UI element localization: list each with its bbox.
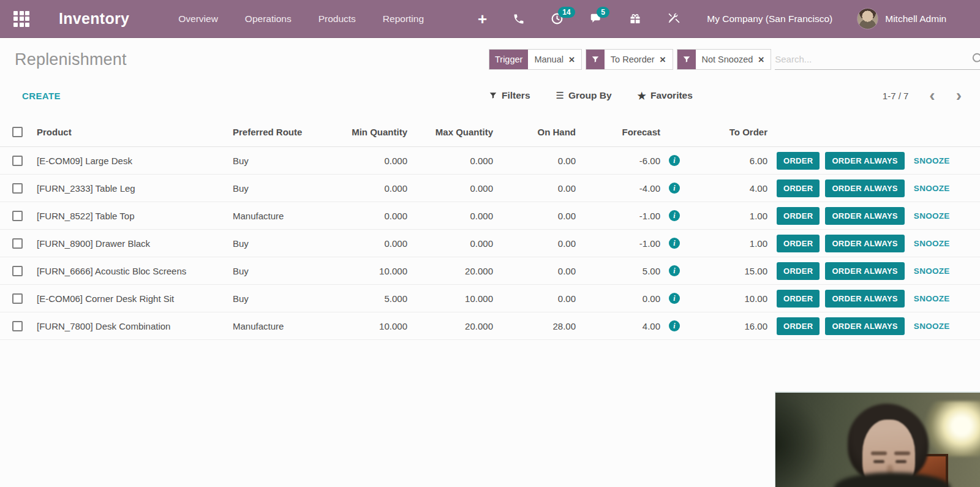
- remove-facet-icon[interactable]: [758, 55, 764, 64]
- order-button[interactable]: ORDER: [777, 262, 820, 280]
- min-qty-cell[interactable]: 0.000: [334, 183, 407, 194]
- forecast-info-icon[interactable]: [669, 155, 680, 166]
- table-row[interactable]: [FURN_8522] Table Top Manufacture 0.000 …: [0, 202, 980, 230]
- to-order-cell[interactable]: 1.00: [685, 211, 767, 221]
- forecast-cell[interactable]: -4.00: [576, 183, 660, 194]
- on-hand-cell[interactable]: 0.00: [493, 183, 576, 194]
- user-menu[interactable]: Mitchell Admin: [885, 13, 946, 25]
- row-checkbox[interactable]: [12, 238, 23, 249]
- pager-next-icon[interactable]: [956, 87, 962, 104]
- col-header-forecast[interactable]: Forecast: [576, 127, 660, 137]
- row-checkbox[interactable]: [12, 183, 23, 194]
- max-qty-cell[interactable]: 0.000: [407, 183, 493, 194]
- nav-item-overview[interactable]: Overview: [178, 13, 218, 25]
- to-order-cell[interactable]: 6.00: [685, 156, 767, 166]
- product-cell[interactable]: [E-COM09] Large Desk: [37, 156, 233, 166]
- forecast-cell[interactable]: -6.00: [576, 156, 660, 166]
- order-always-button[interactable]: ORDER ALWAYS: [825, 152, 904, 170]
- min-qty-cell[interactable]: 10.000: [334, 321, 407, 331]
- min-qty-cell[interactable]: 10.000: [334, 266, 407, 276]
- order-button[interactable]: ORDER: [777, 179, 820, 197]
- row-checkbox[interactable]: [12, 293, 23, 304]
- table-row[interactable]: [E-COM06] Corner Desk Right Sit Buy 5.00…: [0, 285, 980, 312]
- app-title[interactable]: Inventory: [59, 10, 129, 28]
- forecast-info-icon[interactable]: [669, 238, 680, 249]
- filters-menu[interactable]: Filters: [489, 90, 530, 101]
- col-header-toorder[interactable]: To Order: [685, 127, 767, 137]
- on-hand-cell[interactable]: 0.00: [493, 211, 576, 221]
- to-order-cell[interactable]: 16.00: [685, 321, 767, 331]
- min-qty-cell[interactable]: 5.000: [334, 293, 407, 304]
- group-by-menu[interactable]: Group By: [556, 90, 612, 101]
- order-always-button[interactable]: ORDER ALWAYS: [825, 207, 904, 225]
- search-icon[interactable]: [971, 52, 980, 68]
- favorites-menu[interactable]: Favorites: [638, 90, 693, 102]
- min-qty-cell[interactable]: 0.000: [334, 211, 407, 221]
- forecast-info-icon[interactable]: [669, 293, 680, 304]
- search-input[interactable]: [775, 54, 980, 64]
- snooze-button[interactable]: SNOOZE: [914, 239, 950, 248]
- order-button[interactable]: ORDER: [777, 317, 820, 335]
- snooze-button[interactable]: SNOOZE: [914, 322, 950, 331]
- user-avatar[interactable]: [857, 8, 878, 29]
- forecast-info-icon[interactable]: [669, 210, 680, 221]
- col-header-max[interactable]: Max Quantity: [407, 127, 493, 137]
- to-order-cell[interactable]: 4.00: [685, 183, 767, 194]
- row-checkbox[interactable]: [12, 156, 23, 166]
- snooze-button[interactable]: SNOOZE: [914, 294, 950, 303]
- snooze-button[interactable]: SNOOZE: [914, 184, 950, 193]
- on-hand-cell[interactable]: 28.00: [493, 321, 576, 331]
- order-button[interactable]: ORDER: [777, 207, 820, 225]
- route-cell[interactable]: Manufacture: [233, 211, 334, 221]
- gift-icon[interactable]: [629, 12, 641, 25]
- max-qty-cell[interactable]: 0.000: [407, 211, 493, 221]
- row-checkbox[interactable]: [12, 266, 23, 276]
- order-always-button[interactable]: ORDER ALWAYS: [825, 290, 904, 308]
- forecast-info-icon[interactable]: [669, 183, 680, 194]
- col-header-product[interactable]: Product: [37, 127, 233, 137]
- pager-previous-icon[interactable]: [929, 87, 935, 104]
- max-qty-cell[interactable]: 0.000: [407, 238, 493, 249]
- on-hand-cell[interactable]: 0.00: [493, 156, 576, 166]
- max-qty-cell[interactable]: 10.000: [407, 293, 493, 304]
- forecast-cell[interactable]: -1.00: [576, 238, 660, 249]
- min-qty-cell[interactable]: 0.000: [334, 238, 407, 249]
- apps-menu-icon[interactable]: [13, 11, 29, 27]
- phone-icon[interactable]: [513, 13, 525, 25]
- table-row[interactable]: [FURN_8900] Drawer Black Buy 0.000 0.000…: [0, 230, 980, 257]
- order-always-button[interactable]: ORDER ALWAYS: [825, 317, 904, 335]
- col-header-onhand[interactable]: On Hand: [493, 127, 576, 137]
- row-checkbox[interactable]: [12, 211, 23, 221]
- select-all-checkbox[interactable]: [12, 127, 23, 137]
- order-always-button[interactable]: ORDER ALWAYS: [825, 262, 904, 280]
- route-cell[interactable]: Manufacture: [233, 321, 334, 331]
- product-cell[interactable]: [FURN_7800] Desk Combination: [37, 321, 233, 331]
- table-row[interactable]: [FURN_2333] Table Leg Buy 0.000 0.000 0.…: [0, 175, 980, 202]
- table-row[interactable]: [FURN_6666] Acoustic Bloc Screens Buy 10…: [0, 257, 980, 285]
- col-header-route[interactable]: Preferred Route: [233, 127, 334, 137]
- company-switcher[interactable]: My Company (San Francisco): [707, 13, 832, 25]
- forecast-cell[interactable]: -1.00: [576, 211, 660, 221]
- on-hand-cell[interactable]: 0.00: [493, 238, 576, 249]
- remove-facet-icon[interactable]: [568, 55, 575, 64]
- snooze-button[interactable]: SNOOZE: [914, 156, 950, 165]
- forecast-cell[interactable]: 4.00: [576, 321, 660, 331]
- tools-icon[interactable]: [667, 12, 680, 25]
- create-button[interactable]: CREATE: [22, 91, 61, 101]
- order-always-button[interactable]: ORDER ALWAYS: [825, 235, 904, 252]
- route-cell[interactable]: Buy: [233, 183, 334, 194]
- product-cell[interactable]: [FURN_8522] Table Top: [37, 211, 233, 221]
- min-qty-cell[interactable]: 0.000: [334, 156, 407, 166]
- route-cell[interactable]: Buy: [233, 156, 334, 166]
- to-order-cell[interactable]: 10.00: [685, 293, 767, 304]
- product-cell[interactable]: [FURN_2333] Table Leg: [37, 183, 233, 194]
- to-order-cell[interactable]: 15.00: [685, 266, 767, 276]
- forecast-info-icon[interactable]: [669, 320, 680, 331]
- on-hand-cell[interactable]: 0.00: [493, 266, 576, 276]
- max-qty-cell[interactable]: 20.000: [407, 321, 493, 331]
- forecast-cell[interactable]: 0.00: [576, 293, 660, 304]
- table-row[interactable]: [FURN_7800] Desk Combination Manufacture…: [0, 312, 980, 340]
- plus-icon[interactable]: +: [478, 11, 487, 27]
- product-cell[interactable]: [FURN_8900] Drawer Black: [37, 238, 233, 249]
- product-cell[interactable]: [FURN_6666] Acoustic Bloc Screens: [37, 266, 233, 276]
